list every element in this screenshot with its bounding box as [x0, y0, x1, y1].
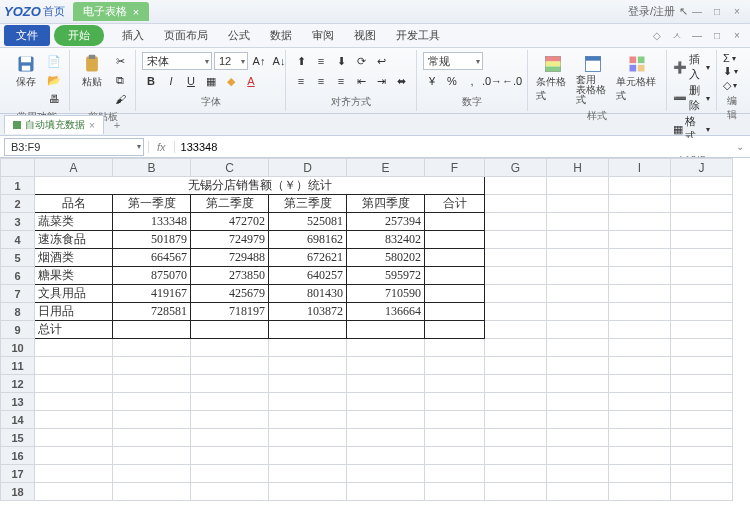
close-tab-icon[interactable]: ×	[133, 6, 139, 18]
col-header[interactable]: G	[485, 159, 547, 177]
cell[interactable]: 728581	[113, 303, 191, 321]
cell[interactable]	[347, 411, 425, 429]
cell[interactable]	[671, 213, 733, 231]
align-left-icon[interactable]: ≡	[292, 72, 310, 90]
menu-data[interactable]: 数据	[260, 25, 302, 46]
cell[interactable]: 832402	[347, 231, 425, 249]
cell[interactable]	[547, 483, 609, 501]
format-painter-icon[interactable]: 🖌	[111, 90, 129, 108]
cell[interactable]	[347, 447, 425, 465]
cell[interactable]	[269, 321, 347, 339]
cell[interactable]	[609, 195, 671, 213]
row-header[interactable]: 2	[1, 195, 35, 213]
print-icon[interactable]: 🖶	[45, 90, 63, 108]
cell[interactable]	[485, 267, 547, 285]
font-name-combo[interactable]: 宋体	[142, 52, 212, 70]
bold-icon[interactable]: B	[142, 72, 160, 90]
cell[interactable]	[485, 429, 547, 447]
conditional-format-button[interactable]: 条件格式	[534, 52, 571, 105]
cell[interactable]	[547, 285, 609, 303]
cell[interactable]	[269, 357, 347, 375]
cell[interactable]	[671, 447, 733, 465]
cell[interactable]	[485, 375, 547, 393]
spreadsheet-grid[interactable]: ABCDEFGHIJ1无锡分店销售额（￥）统计2品名第一季度第二季度第三季度第四…	[0, 158, 750, 504]
row-header[interactable]: 13	[1, 393, 35, 411]
cell[interactable]	[35, 447, 113, 465]
document-tab[interactable]: 电子表格 ×	[73, 2, 149, 21]
add-sheet-button[interactable]: +	[108, 119, 126, 131]
expand-formula-icon[interactable]: ⌄	[730, 141, 750, 152]
home-label[interactable]: 首页	[43, 4, 65, 19]
cell[interactable]	[547, 411, 609, 429]
cell[interactable]	[35, 465, 113, 483]
cell[interactable]	[113, 375, 191, 393]
paste-button[interactable]: 粘贴	[76, 52, 108, 91]
cell[interactable]: 总计	[35, 321, 113, 339]
cell[interactable]: 文具用品	[35, 285, 113, 303]
ribbon-min-icon[interactable]: —	[688, 28, 706, 44]
cell[interactable]	[113, 411, 191, 429]
cell[interactable]	[485, 177, 547, 195]
row-header[interactable]: 14	[1, 411, 35, 429]
increase-font-icon[interactable]: A↑	[250, 52, 268, 70]
cell[interactable]: 710590	[347, 285, 425, 303]
fill-color-icon[interactable]: ◆	[222, 72, 240, 90]
header-cell[interactable]: 品名	[35, 195, 113, 213]
row-header[interactable]: 4	[1, 231, 35, 249]
col-header[interactable]: D	[269, 159, 347, 177]
login-link[interactable]: 登录/注册	[628, 4, 675, 19]
cell[interactable]	[547, 393, 609, 411]
cell[interactable]: 烟酒类	[35, 249, 113, 267]
align-bottom-icon[interactable]: ⬇	[332, 52, 350, 70]
cell[interactable]	[609, 447, 671, 465]
cell[interactable]	[671, 321, 733, 339]
merge-icon[interactable]: ⬌	[392, 72, 410, 90]
title-cell[interactable]: 无锡分店销售额（￥）统计	[35, 177, 485, 195]
cell[interactable]	[269, 411, 347, 429]
cell[interactable]	[113, 483, 191, 501]
cell[interactable]	[547, 249, 609, 267]
cell[interactable]	[191, 411, 269, 429]
row-header[interactable]: 15	[1, 429, 35, 447]
align-middle-icon[interactable]: ≡	[312, 52, 330, 70]
cell[interactable]	[547, 375, 609, 393]
formula-input[interactable]	[175, 138, 730, 156]
cell[interactable]	[485, 393, 547, 411]
cell[interactable]: 580202	[347, 249, 425, 267]
underline-icon[interactable]: U	[182, 72, 200, 90]
cell[interactable]	[671, 357, 733, 375]
header-cell[interactable]: 合计	[425, 195, 485, 213]
cell[interactable]	[425, 429, 485, 447]
cell[interactable]	[425, 375, 485, 393]
cell[interactable]	[609, 249, 671, 267]
sheet-close-icon[interactable]: ×	[89, 120, 95, 131]
cell[interactable]	[113, 465, 191, 483]
ribbon-collapse-icon[interactable]: ㅅ	[668, 28, 686, 44]
row-header[interactable]: 17	[1, 465, 35, 483]
number-format-combo[interactable]: 常规	[423, 52, 483, 70]
cell[interactable]: 664567	[113, 249, 191, 267]
cell[interactable]	[485, 357, 547, 375]
col-header[interactable]: C	[191, 159, 269, 177]
cell[interactable]	[269, 375, 347, 393]
row-header[interactable]: 7	[1, 285, 35, 303]
cell[interactable]	[191, 321, 269, 339]
cell[interactable]	[35, 357, 113, 375]
cell[interactable]	[609, 177, 671, 195]
cell[interactable]	[609, 321, 671, 339]
cell[interactable]	[671, 375, 733, 393]
menu-formula[interactable]: 公式	[218, 25, 260, 46]
cell[interactable]	[485, 339, 547, 357]
cell[interactable]	[609, 231, 671, 249]
row-header[interactable]: 12	[1, 375, 35, 393]
close-button[interactable]: ×	[728, 4, 746, 20]
cell[interactable]	[485, 231, 547, 249]
ribbon-help-icon[interactable]: ◇	[648, 28, 666, 44]
align-right-icon[interactable]: ≡	[332, 72, 350, 90]
header-cell[interactable]: 第四季度	[347, 195, 425, 213]
col-header[interactable]: I	[609, 159, 671, 177]
row-header[interactable]: 18	[1, 483, 35, 501]
cell[interactable]	[191, 357, 269, 375]
row-header[interactable]: 11	[1, 357, 35, 375]
clear-button[interactable]: ◇▾	[723, 79, 737, 92]
